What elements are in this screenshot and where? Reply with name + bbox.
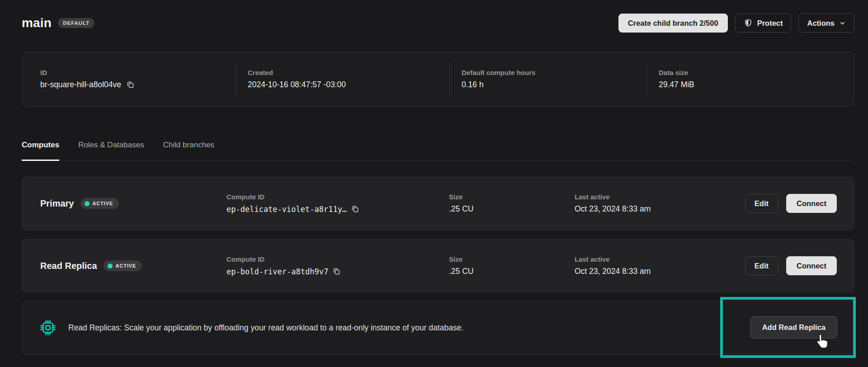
compute-name-block: Primary ACTIVE: [40, 198, 226, 209]
cpu-chip-icon: [40, 320, 56, 335]
tab-bar: Computes Roles & Databases Child branche…: [22, 138, 854, 161]
compute-name: Read Replica: [40, 261, 97, 271]
last-active-value: Oct 23, 2024 8:33 am: [575, 267, 745, 276]
compute-name: Primary: [40, 198, 74, 209]
info-field-value: 2024-10-16 08:47:57 -03:00: [248, 80, 346, 89]
size-value: .25 CU: [449, 267, 575, 276]
default-badge: DEFAULT: [58, 18, 94, 28]
read-replica-banner: Read Replicas: Scale your application by…: [22, 301, 854, 354]
size-label: Size: [449, 193, 575, 201]
copy-branch-id-button[interactable]: [126, 80, 135, 89]
size-cell: Size .25 CU: [449, 193, 575, 214]
size-cell: Size .25 CU: [449, 255, 575, 276]
info-field-value: 29.47 MiB: [659, 80, 694, 89]
edit-button[interactable]: Edit: [745, 194, 778, 213]
last-active-cell: Last active Oct 23, 2024 8:33 am: [575, 255, 745, 276]
tab-computes[interactable]: Computes: [22, 138, 59, 160]
status-dot: [85, 201, 90, 206]
compute-id-text: ep-delicate-violet-a8r11y…: [226, 205, 347, 214]
actions-button[interactable]: Actions: [798, 14, 854, 33]
page-content: main DEFAULT Create child branch 2/500 P…: [0, 13, 868, 354]
copy-icon: [350, 204, 360, 214]
status-badge: ACTIVE: [80, 198, 119, 209]
connect-button[interactable]: Connect: [786, 194, 837, 213]
row-buttons: Edit Connect: [745, 256, 837, 275]
info-field-label: ID: [40, 69, 135, 76]
row-buttons: Edit Connect: [745, 194, 837, 213]
header: main DEFAULT Create child branch 2/500 P…: [22, 13, 854, 33]
compute-id-label: Compute ID: [226, 193, 449, 201]
copy-icon: [126, 80, 135, 89]
compute-id-cell: Compute ID ep-delicate-violet-a8r11y…: [226, 193, 449, 214]
protect-label: Protect: [757, 19, 783, 28]
connect-button[interactable]: Connect: [786, 256, 837, 275]
branch-detail-screen: main DEFAULT Create child branch 2/500 P…: [0, 0, 868, 367]
info-field-compute-hours: Default compute hours 0.16 h: [450, 52, 646, 106]
branch-info-card: ID br-square-hill-a8ol04ve: [22, 52, 854, 106]
compute-id-label: Compute ID: [226, 255, 449, 263]
info-field-created: Created 2024-10-16 08:47:57 -03:00: [236, 52, 449, 106]
size-label: Size: [449, 255, 575, 263]
tab-roles-databases[interactable]: Roles & Databases: [78, 138, 144, 160]
compute-id-cell: Compute ID ep-bold-river-a8tdh9v7: [226, 255, 449, 276]
compute-id-value: ep-bold-river-a8tdh9v7: [226, 267, 449, 276]
last-active-label: Last active: [575, 255, 745, 263]
info-field-data-size: Data size 29.47 MiB: [647, 52, 854, 106]
size-value: .25 CU: [449, 204, 575, 214]
page-title: main: [22, 16, 52, 30]
compute-name-block: Read Replica ACTIVE: [40, 260, 226, 271]
shield-icon: [744, 19, 753, 28]
copy-compute-id-button[interactable]: [332, 267, 341, 276]
last-active-cell: Last active Oct 23, 2024 8:33 am: [575, 193, 745, 214]
status-badge: ACTIVE: [104, 260, 142, 271]
banner-text: Read Replicas: Scale your application by…: [68, 323, 463, 333]
copy-icon: [332, 267, 341, 276]
last-active-label: Last active: [575, 193, 745, 201]
last-active-value: Oct 23, 2024 8:33 am: [575, 204, 745, 214]
info-field-label: Data size: [659, 69, 694, 76]
create-child-branch-button[interactable]: Create child branch 2/500: [618, 14, 728, 33]
header-actions: Create child branch 2/500 Protect Action…: [618, 14, 854, 33]
branch-id-text: br-square-hill-a8ol04ve: [40, 80, 121, 89]
info-field-value: 0.16 h: [462, 80, 535, 89]
info-field-label: Default compute hours: [462, 69, 535, 76]
copy-compute-id-button[interactable]: [350, 204, 360, 214]
status-dot: [108, 263, 113, 268]
info-field-label: Created: [248, 69, 346, 76]
compute-row-primary: Primary ACTIVE Compute ID ep-delicate-vi…: [22, 177, 854, 230]
protect-button[interactable]: Protect: [735, 14, 792, 33]
compute-id-value: ep-delicate-violet-a8r11y…: [226, 204, 449, 214]
chevron-down-icon: [839, 20, 846, 27]
info-field-id: ID br-square-hill-a8ol04ve: [22, 52, 236, 106]
status-label: ACTIVE: [93, 201, 113, 206]
edit-button[interactable]: Edit: [745, 256, 778, 275]
actions-label: Actions: [807, 19, 835, 28]
add-read-replica-button[interactable]: Add Read Replica: [750, 316, 837, 339]
status-label: ACTIVE: [116, 263, 137, 268]
tab-child-branches[interactable]: Child branches: [163, 138, 214, 160]
compute-row-read-replica: Read Replica ACTIVE Compute ID ep-bold-r…: [22, 239, 854, 292]
compute-id-text: ep-bold-river-a8tdh9v7: [226, 267, 328, 276]
info-field-value: br-square-hill-a8ol04ve: [40, 80, 135, 89]
